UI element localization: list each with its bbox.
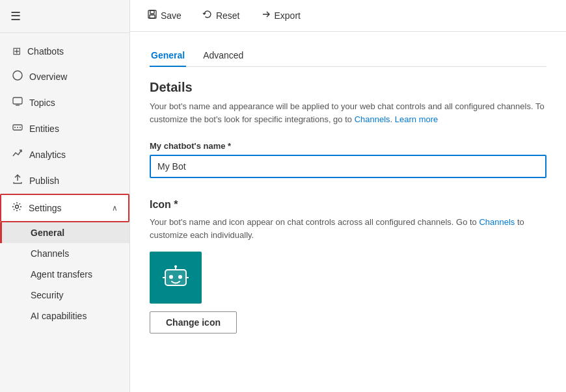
svg-rect-1	[13, 98, 22, 104]
analytics-icon	[12, 148, 23, 161]
sidebar-sub-item-agent-transfers[interactable]: Agent transfers	[0, 264, 129, 285]
sidebar-item-label: Topics	[29, 98, 55, 108]
svg-rect-8	[150, 10, 154, 14]
overview-icon	[12, 70, 23, 83]
icon-channels-link[interactable]: Channels	[479, 217, 515, 227]
sidebar-item-label: Settings	[29, 203, 62, 213]
save-label: Save	[161, 10, 182, 21]
name-field-label: My chatbot's name *	[150, 141, 546, 151]
sidebar-item-label: Overview	[29, 72, 67, 82]
main-content: Save Reset Export General Advanced Detai…	[130, 0, 566, 392]
page-content: General Advanced Details Your bot's name…	[130, 32, 566, 392]
icon-section-description: Your bot's name and icon appear on chat …	[150, 216, 546, 241]
svg-point-13	[178, 275, 182, 279]
sidebar-sub-item-ai-capabilities[interactable]: AI capabilities	[0, 306, 129, 326]
svg-point-12	[169, 275, 173, 279]
sidebar-item-chatbots[interactable]: ⊞ Chatbots	[0, 38, 129, 64]
publish-icon	[12, 174, 23, 187]
sidebar-sub: General Channels Agent transfers Securit…	[0, 222, 129, 326]
sidebar-item-topics[interactable]: Topics	[0, 90, 129, 116]
channels-link[interactable]: Channels	[355, 114, 390, 124]
sidebar-header: ☰	[0, 0, 129, 33]
sidebar-item-label: Publish	[29, 176, 59, 186]
reset-button[interactable]: Reset	[198, 7, 244, 25]
svg-rect-9	[150, 15, 155, 18]
sidebar-sub-item-channels[interactable]: Channels	[0, 243, 129, 264]
sidebar-item-label: Analytics	[29, 150, 66, 160]
sidebar-item-settings[interactable]: Settings ∧	[0, 194, 129, 222]
chatbot-name-input[interactable]	[150, 155, 546, 178]
sidebar-sub-item-general[interactable]: General	[0, 222, 129, 243]
details-description: Your bot's name and appearance will be a…	[150, 100, 546, 125]
reset-icon	[202, 9, 213, 22]
sidebar-item-analytics[interactable]: Analytics	[0, 142, 129, 168]
settings-icon	[12, 202, 22, 215]
save-icon	[147, 9, 157, 22]
export-icon	[261, 9, 271, 22]
sidebar-item-entities[interactable]: Entities	[0, 116, 129, 142]
settings-left: Settings	[12, 202, 62, 215]
learn-more-link[interactable]: Learn more	[395, 114, 438, 124]
sidebar: ☰ ⊞ Chatbots Overview Topics	[0, 0, 130, 392]
icon-section-title: Icon *	[150, 199, 546, 211]
sidebar-nav: ⊞ Chatbots Overview Topics Entities	[0, 33, 129, 392]
menu-icon[interactable]: ☰	[10, 10, 21, 23]
icon-section: Icon * Your bot's name and icon appear o…	[150, 199, 546, 333]
chatbots-icon: ⊞	[12, 45, 21, 57]
bot-icon-preview	[150, 252, 202, 304]
reset-label: Reset	[216, 10, 240, 21]
sidebar-item-label: Entities	[29, 124, 59, 134]
tabs: General Advanced	[150, 45, 546, 67]
sidebar-item-label: Chatbots	[27, 46, 64, 57]
export-label: Export	[275, 10, 301, 21]
tab-general[interactable]: General	[150, 45, 186, 67]
sidebar-sub-item-security[interactable]: Security	[0, 285, 129, 306]
svg-point-5	[20, 127, 21, 128]
details-title: Details	[150, 80, 546, 95]
svg-point-4	[17, 127, 18, 128]
topics-icon	[12, 96, 23, 109]
chevron-up-icon: ∧	[112, 203, 118, 213]
tab-advanced[interactable]: Advanced	[202, 45, 245, 67]
sidebar-item-publish[interactable]: Publish	[0, 168, 129, 194]
sidebar-item-overview[interactable]: Overview	[0, 64, 129, 90]
change-icon-button[interactable]: Change icon	[150, 311, 237, 333]
save-button[interactable]: Save	[143, 7, 185, 25]
entities-icon	[12, 122, 23, 135]
svg-point-0	[13, 71, 22, 80]
export-button[interactable]: Export	[257, 7, 304, 25]
toolbar: Save Reset Export	[130, 0, 566, 32]
svg-point-6	[16, 205, 19, 209]
svg-point-15	[174, 265, 177, 268]
svg-point-3	[14, 127, 16, 128]
